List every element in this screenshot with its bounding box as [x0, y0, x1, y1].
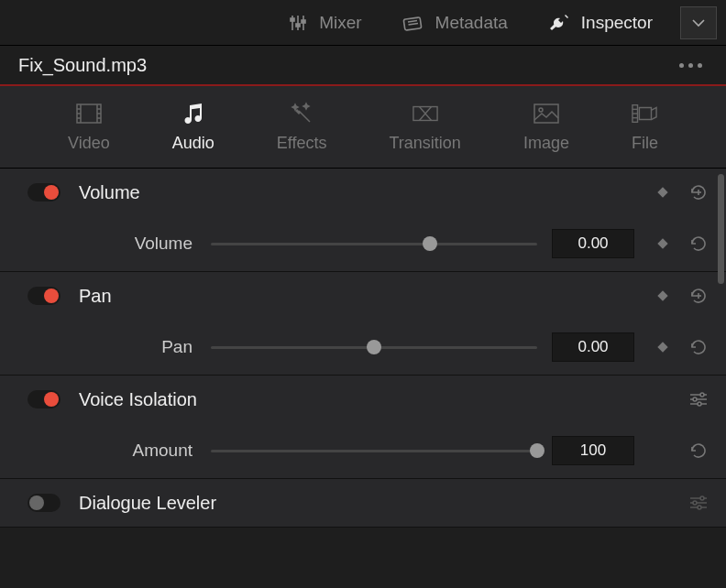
panel-tab-video[interactable]: Video: [55, 93, 123, 160]
section-dialogue-leveler: Dialogue Leveler: [0, 479, 726, 528]
image-icon: [534, 101, 559, 126]
tab-mixer[interactable]: Mixer: [266, 0, 381, 45]
tab-mixer-label: Mixer: [319, 13, 361, 33]
svg-point-41: [698, 402, 701, 406]
transition-icon: [412, 101, 438, 126]
svg-point-45: [693, 501, 697, 505]
slider-thumb[interactable]: [530, 443, 544, 458]
section-voice-isolation-header: Voice Isolation: [0, 376, 726, 423]
svg-point-23: [539, 108, 543, 112]
metadata-icon: [402, 11, 426, 35]
keyframe-diamond-button[interactable]: [656, 186, 669, 199]
toggle-knob: [29, 495, 44, 510]
scrollbar[interactable]: [718, 174, 724, 284]
panel-tab-transition-label: Transition: [390, 134, 461, 153]
dot-icon: [698, 63, 702, 68]
top-tabs-bar: Mixer Metadata Inspector: [0, 0, 726, 46]
settings-sliders-button[interactable]: [689, 392, 708, 407]
panel-tab-image-label: Image: [523, 134, 569, 153]
svg-rect-22: [534, 104, 558, 123]
audio-icon: [181, 101, 206, 126]
section-pan-title: Pan: [79, 286, 656, 307]
tab-inspector-label: Inspector: [581, 13, 653, 33]
param-amount-label: Amount: [28, 441, 211, 461]
section-pan: Pan Pan 0.00: [0, 272, 726, 376]
slider-volume[interactable]: [211, 243, 552, 245]
section-volume-header: Volume: [0, 169, 726, 216]
more-options-button[interactable]: [674, 58, 708, 73]
svg-point-37: [700, 393, 704, 397]
expand-dropdown[interactable]: [680, 6, 717, 39]
section-dialogue-leveler-header: Dialogue Leveler: [0, 479, 726, 527]
toggle-pan[interactable]: [28, 287, 60, 305]
reset-add-button[interactable]: [689, 287, 708, 305]
tab-inspector[interactable]: Inspector: [528, 0, 673, 45]
effects-icon: [289, 101, 314, 126]
svg-rect-1: [291, 18, 294, 21]
svg-line-7: [408, 20, 417, 22]
audio-sections: Volume Volume 0.00 Pan: [0, 169, 726, 528]
panel-tab-audio-label: Audio: [172, 134, 214, 153]
param-pan-label: Pan: [28, 337, 211, 357]
inspector-panel-tabs: Video Audio Effects Transition Image Fil…: [0, 86, 726, 169]
keyframe-diamond-button[interactable]: [656, 237, 669, 250]
svg-rect-32: [657, 290, 667, 300]
section-voice-isolation-title: Voice Isolation: [79, 389, 689, 410]
keyframe-diamond-button[interactable]: [656, 341, 669, 354]
slider-thumb[interactable]: [367, 340, 381, 354]
svg-point-39: [693, 397, 697, 401]
chevron-down-icon: [692, 18, 705, 27]
reset-add-button[interactable]: [689, 183, 708, 201]
section-pan-header: Pan: [0, 272, 726, 320]
toggle-voice-isolation[interactable]: [28, 390, 60, 408]
svg-rect-5: [302, 20, 305, 23]
slider-amount[interactable]: [211, 450, 552, 452]
panel-tab-transition[interactable]: Transition: [377, 93, 474, 160]
file-icon: [632, 101, 657, 126]
param-pan-row: Pan 0.00: [0, 320, 726, 375]
panel-tab-video-label: Video: [68, 134, 110, 153]
toggle-knob: [44, 185, 59, 200]
tab-metadata-label: Metadata: [435, 13, 508, 33]
svg-point-47: [698, 506, 701, 509]
slider-pan[interactable]: [211, 346, 552, 349]
section-dialogue-leveler-title: Dialogue Leveler: [79, 493, 689, 514]
svg-rect-31: [657, 238, 667, 248]
settings-sliders-button[interactable]: [689, 495, 708, 510]
clip-title-bar: Fix_Sound.mp3: [0, 46, 726, 86]
svg-rect-3: [296, 24, 300, 27]
tab-metadata[interactable]: Metadata: [382, 0, 528, 45]
section-volume: Volume Volume 0.00: [0, 169, 726, 272]
panel-tab-effects[interactable]: Effects: [264, 93, 340, 160]
value-volume[interactable]: 0.00: [552, 229, 634, 258]
panel-tab-file[interactable]: File: [619, 93, 671, 160]
panel-tab-audio[interactable]: Audio: [160, 93, 227, 160]
toggle-dialogue-leveler[interactable]: [28, 494, 60, 512]
reset-button[interactable]: [689, 441, 708, 460]
value-pan[interactable]: 0.00: [552, 332, 634, 362]
mixer-icon: [286, 11, 310, 35]
svg-line-8: [408, 23, 418, 25]
toggle-knob: [44, 289, 59, 303]
toggle-volume[interactable]: [28, 183, 60, 201]
section-volume-title: Volume: [79, 182, 656, 203]
slider-thumb[interactable]: [423, 236, 437, 251]
svg-rect-35: [657, 342, 667, 352]
panel-tab-file-label: File: [632, 134, 658, 153]
param-volume-row: Volume 0.00: [0, 216, 726, 271]
reset-button[interactable]: [689, 234, 708, 253]
video-icon: [76, 101, 102, 126]
panel-tab-image[interactable]: Image: [511, 93, 582, 160]
param-amount-row: Amount 100: [0, 423, 726, 478]
svg-point-43: [700, 496, 704, 500]
toggle-knob: [44, 392, 59, 407]
dot-icon: [679, 63, 684, 68]
clip-title: Fix_Sound.mp3: [18, 55, 147, 76]
reset-button[interactable]: [689, 338, 708, 356]
keyframe-diamond-button[interactable]: [656, 289, 669, 302]
panel-tab-effects-label: Effects: [277, 134, 327, 153]
param-volume-label: Volume: [28, 234, 211, 254]
value-amount[interactable]: 100: [552, 436, 634, 465]
inspector-icon: [548, 11, 572, 35]
section-voice-isolation: Voice Isolation Amount 100: [0, 376, 726, 479]
